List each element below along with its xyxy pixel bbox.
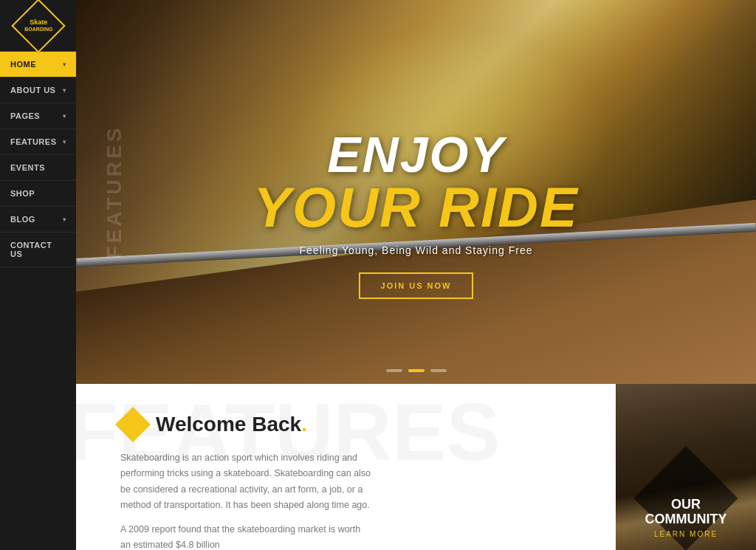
main-content: FeaTURES ENJOY YOUR RIDE Feeling Young, … [76,0,756,550]
welcome-title-row: Welcome Back. [120,412,586,437]
slider-dot-1[interactable] [386,369,402,372]
slider-dot-2[interactable] [408,369,425,372]
welcome-text: Skateboarding is an action sport which i… [120,450,371,550]
sidebar: Skate BOARDING HOME▾ABOUT US▾PAGES▾FEATU… [0,0,76,550]
sidebar-item-contact-us[interactable]: CONTACT US [0,233,76,267]
logo-diamond: Skate BOARDING [11,0,66,52]
join-now-button[interactable]: JOIN US NOW [359,272,474,299]
slider-dots [386,369,447,372]
nav-label-events: EVENTS [10,163,45,172]
hero-content: ENJOY YOUR RIDE Feeling Young, Being Wil… [253,129,578,299]
welcome-title: Welcome Back. [156,413,307,436]
nav-label-contact-us: CONTACT US [10,241,66,258]
nav-label-features: FEATURES [10,137,56,146]
chevron-down-icon: ▾ [63,216,66,223]
welcome-title-dot: . [301,413,307,436]
sidebar-item-about-us[interactable]: ABOUT US▾ [0,78,76,103]
sidebar-item-features[interactable]: FEATURES▾ [0,129,76,155]
chevron-down-icon: ▾ [63,113,66,120]
welcome-para2: A 2009 report found that the skateboardi… [120,522,371,550]
chevron-down-icon: ▾ [63,139,66,145]
sidebar-item-blog[interactable]: BLOG▾ [0,207,76,233]
sidebar-item-pages[interactable]: PAGES▾ [0,103,76,129]
welcome-area: FEATURES Welcome Back. Skateboarding is … [76,384,616,550]
logo[interactable]: Skate BOARDING [0,0,76,52]
community-content: OURCOMMUNITY LEARN MORE [616,486,756,550]
hero-subtitle: Feeling Young, Being Wild and Staying Fr… [253,244,578,256]
sidebar-item-home[interactable]: HOME▾ [0,52,76,78]
hero-title-line1: ENJOY [253,129,578,179]
sidebar-item-events[interactable]: EVENTS [0,155,76,181]
hero-title-line2: YOUR RIDE [253,179,578,236]
nav-label-pages: PAGES [10,111,40,120]
logo-text: Skate BOARDING [24,18,52,32]
community-text-block: OURCOMMUNITY LEARN MORE [628,498,744,538]
chevron-down-icon: ▾ [63,87,66,94]
community-card: OURCOMMUNITY LEARN MORE [616,384,756,550]
slider-dot-3[interactable] [430,369,447,372]
welcome-para1: Skateboarding is an action sport which i… [120,450,371,513]
main-nav: HOME▾ABOUT US▾PAGES▾FEATURES▾EVENTSSHOPB… [0,52,76,267]
hero-section: FeaTURES ENJOY YOUR RIDE Feeling Young, … [76,0,756,384]
nav-label-about-us: ABOUT US [10,86,55,94]
diamond-icon [115,407,151,442]
bottom-section: FEATURES Welcome Back. Skateboarding is … [76,384,756,550]
chevron-down-icon: ▾ [63,61,66,68]
nav-label-blog: BLOG [10,215,35,224]
community-title: OURCOMMUNITY [628,498,744,527]
features-label: FeaTURES [103,126,126,259]
sidebar-item-shop[interactable]: SHOP [0,181,76,207]
nav-label-home: HOME [10,60,36,69]
learn-more-link[interactable]: LEARN MORE [628,530,744,538]
nav-label-shop: SHOP [10,189,35,198]
